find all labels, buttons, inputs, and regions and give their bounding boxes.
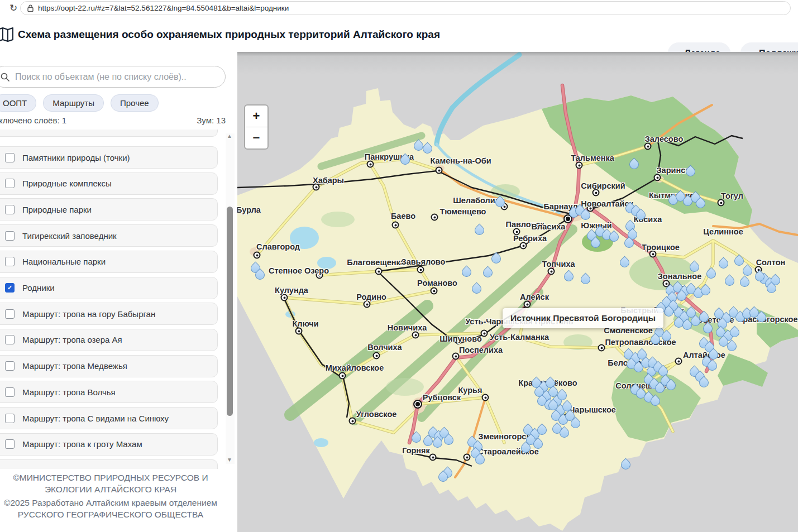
town-marker (375, 268, 383, 275)
town-label: Завьялово (402, 257, 446, 266)
town-marker (463, 454, 471, 461)
checkbox-unchecked[interactable] (5, 205, 15, 214)
town-label: Курья (458, 386, 482, 395)
town-label: Михайловское (326, 363, 384, 372)
town-label: Родино (356, 293, 386, 301)
spring-marker[interactable] (716, 257, 730, 270)
footer-copyright-rgo: ©2025 Разработано Алтайским краевым отде… (0, 497, 228, 521)
scrollbar-thumb[interactable] (227, 207, 233, 416)
layer-item-6[interactable]: ✓Родники (0, 277, 218, 299)
url-field[interactable]: https://oopt-22.ru/#z=7&lat=52.561227&ln… (20, 1, 791, 15)
town-label: Тогул (721, 191, 743, 200)
zoom-out-button[interactable]: − (245, 127, 267, 148)
town-label: Угловское (356, 410, 397, 419)
spring-marker[interactable] (732, 254, 746, 267)
layers-enabled-count: Включено слоёв: 1 (0, 116, 66, 125)
checkbox-unchecked[interactable] (5, 335, 15, 344)
town-marker (254, 252, 261, 259)
layer-item-2[interactable]: Природные комплексы (0, 172, 218, 195)
spring-marker[interactable] (562, 270, 575, 283)
layer-item-clipped[interactable] (0, 130, 218, 137)
sidebar: ООПТ Маршруты Прочее Включено слоёв: 1 З… (0, 52, 237, 532)
layer-item-9[interactable]: Маршрут: тропа Медвежья (0, 355, 218, 377)
checkbox-unchecked[interactable] (5, 387, 15, 397)
spring-marker[interactable] (460, 265, 473, 279)
layer-item-11[interactable]: Маршрут: тропа С видами на Синюху (0, 407, 218, 429)
sidebar-footer: ©МИНИСТЕРСТВО ПРИРОДНЫХ РЕСУРСОВ И ЭКОЛО… (0, 472, 228, 521)
layer-item-1[interactable]: Памятники природы (точки) (0, 146, 218, 169)
scrollbar-up-arrow[interactable]: ▲ (227, 133, 233, 139)
town-marker (431, 214, 438, 221)
checkbox-unchecked[interactable] (5, 414, 15, 423)
spring-marker[interactable] (627, 157, 641, 171)
layer-item-label: Маршрут: тропа Волчья (22, 387, 116, 397)
checkbox-unchecked[interactable] (5, 257, 15, 266)
spring-marker[interactable] (489, 252, 503, 265)
layer-item-label: Национальные парки (22, 257, 106, 266)
layer-item-clipped[interactable] (0, 459, 218, 469)
town-marker (349, 418, 356, 425)
layer-item-4[interactable]: Тигирекский заповедник (0, 224, 218, 247)
spring-marker[interactable] (481, 266, 494, 279)
checkbox-unchecked[interactable] (5, 179, 15, 188)
map-canvas[interactable]: ПанкрушихаКамень-на-ОбиХабарыБурлаШелабо… (237, 52, 798, 532)
checkbox-checked[interactable]: ✓ (5, 283, 15, 293)
layer-item-3[interactable]: Природные парки (0, 198, 218, 221)
town-marker (654, 174, 661, 181)
town-label: Баево (391, 212, 415, 221)
search-input[interactable] (14, 71, 218, 83)
spring-marker[interactable] (472, 223, 486, 237)
town-label: Камень-на-Оби (430, 156, 491, 165)
spring-marker[interactable] (579, 272, 592, 286)
chip-routes[interactable]: Маршруты (43, 94, 104, 112)
layer-item-7[interactable]: Маршрут: тропа на гору Бабырган (0, 303, 218, 325)
app-window: { "browser": { "url": "https://oopt-22.r… (0, 0, 798, 532)
spring-marker[interactable] (740, 264, 754, 277)
url-text: https://oopt-22.ru/#z=7&lat=52.561227&ln… (38, 4, 289, 12)
town-marker (392, 222, 399, 229)
town-marker (520, 242, 527, 250)
checkbox-unchecked[interactable] (5, 231, 15, 241)
checkbox-unchecked[interactable] (5, 153, 15, 162)
town-label: Шипуново (439, 334, 482, 343)
spring-marker[interactable] (723, 274, 736, 287)
chip-oopt[interactable]: ООПТ (0, 94, 36, 112)
zoom-level-label: Зум: 13 (197, 116, 226, 125)
town-marker (598, 344, 605, 352)
town-label: Заринск (657, 166, 690, 175)
checkbox-unchecked[interactable] (5, 361, 15, 371)
browser-address-bar: ↻ https://oopt-22.ru/#z=7&lat=52.561227&… (0, 0, 798, 17)
spring-marker[interactable] (704, 267, 718, 280)
scrollbar-down-arrow[interactable]: ▼ (227, 457, 233, 463)
layer-item-label: Маршрут: тропа озера Ая (22, 335, 122, 344)
spring-marker[interactable] (738, 275, 751, 289)
town-label: Новичиха (388, 323, 427, 332)
spring-marker[interactable] (409, 431, 423, 444)
town-label: Змеиногорск (478, 432, 530, 441)
spring-marker[interactable] (618, 256, 631, 269)
spring-marker[interactable] (470, 282, 483, 295)
town-marker (339, 372, 346, 380)
town-marker (482, 394, 489, 401)
layer-item-10[interactable]: Маршрут: тропа Волчья (0, 381, 218, 403)
checkbox-unchecked[interactable] (5, 309, 15, 319)
search-box (0, 66, 226, 88)
town-label: Волчиха (367, 343, 402, 352)
town-marker (576, 162, 583, 169)
layer-item-5[interactable]: Национальные парки (0, 251, 218, 273)
zoom-in-button[interactable]: + (245, 106, 267, 127)
chip-other[interactable]: Прочее (111, 94, 159, 112)
folded-map-icon (0, 27, 13, 42)
spring-marker[interactable] (619, 458, 632, 471)
town-label: Романово (417, 279, 457, 287)
layer-item-12[interactable]: Маршрут: тропа к гроту Махам (0, 433, 218, 456)
checkbox-unchecked[interactable] (5, 439, 15, 449)
footer-copyright-ministry: ©МИНИСТЕРСТВО ПРИРОДНЫХ РЕСУРСОВ И ЭКОЛО… (0, 472, 228, 496)
town-marker (417, 266, 424, 274)
reload-icon[interactable]: ↻ (7, 2, 20, 15)
town-label: Тальменка (571, 154, 614, 162)
layer-item-label: Тигирекский заповедник (22, 231, 117, 241)
town-label: Ключи (292, 319, 318, 328)
town-label: Хабары (313, 176, 344, 185)
layer-item-8[interactable]: Маршрут: тропа озера Ая (0, 329, 218, 351)
